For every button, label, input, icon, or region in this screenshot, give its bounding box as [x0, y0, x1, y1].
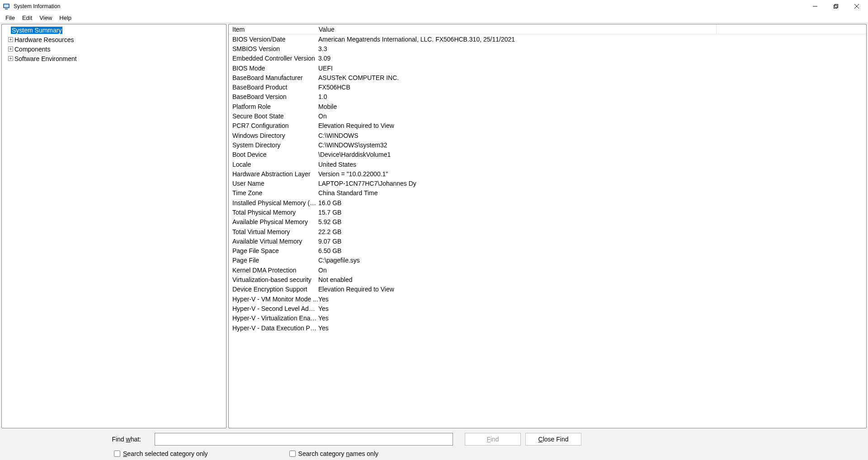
table-row[interactable]: Windows DirectoryC:\WINDOWS	[229, 131, 866, 140]
table-row[interactable]: Device Encryption SupportElevation Requi…	[229, 285, 866, 294]
table-row[interactable]: Boot Device\Device\HarddiskVolume1	[229, 150, 866, 160]
table-row[interactable]: Available Virtual Memory9.07 GB	[229, 236, 866, 246]
table-row[interactable]: Installed Physical Memory (RA...16.0 GB	[229, 198, 866, 207]
cell-value: 5.92 GB	[318, 218, 866, 225]
table-row[interactable]: Virtualization-based securityNot enabled	[229, 275, 866, 284]
list-body[interactable]: BIOS Version/DateAmerican Megatrends Int…	[229, 34, 866, 428]
expand-icon[interactable]: +	[8, 47, 13, 52]
tree-item-hardware-resources[interactable]: + Hardware Resources	[2, 35, 226, 44]
table-row[interactable]: Hyper-V - Virtualization Enabl...Yes	[229, 314, 866, 323]
column-header-blank[interactable]	[716, 24, 866, 34]
cell-item: Total Physical Memory	[229, 209, 318, 216]
svg-rect-4	[834, 5, 837, 9]
expand-icon[interactable]: +	[8, 56, 13, 61]
table-row[interactable]: Embedded Controller Version3.09	[229, 54, 866, 63]
cell-item: BaseBoard Product	[229, 84, 318, 91]
tree-label: Hardware Resources	[14, 36, 74, 43]
tree-label: Software Environment	[14, 55, 77, 62]
tree-root-system-summary[interactable]: System Summary	[2, 25, 226, 35]
close-button[interactable]	[846, 0, 867, 13]
cell-value: 3.3	[318, 45, 866, 52]
checkbox-selected-category[interactable]	[114, 451, 120, 457]
checkbox-category-names[interactable]	[289, 451, 296, 457]
cell-value: Yes	[318, 305, 866, 312]
table-row[interactable]: LocaleUnited States	[229, 160, 866, 169]
table-row[interactable]: Total Virtual Memory22.2 GB	[229, 227, 866, 236]
cell-item: BIOS Mode	[229, 65, 318, 72]
list-header[interactable]: Item Value	[229, 24, 866, 34]
cell-item: Secure Boot State	[229, 113, 318, 120]
table-row[interactable]: Hardware Abstraction LayerVersion = "10.…	[229, 169, 866, 178]
table-row[interactable]: SMBIOS Version3.3	[229, 44, 866, 53]
menu-help[interactable]: Help	[56, 14, 75, 22]
cell-value: ASUSTeK COMPUTER INC.	[318, 74, 866, 81]
check-search-category-names[interactable]: Search category names only	[289, 450, 378, 457]
cell-value: UEFI	[318, 65, 866, 72]
table-row[interactable]: Time ZoneChina Standard Time	[229, 188, 866, 198]
cell-item: BaseBoard Version	[229, 93, 318, 100]
table-row[interactable]: BaseBoard ManufacturerASUSTeK COMPUTER I…	[229, 73, 866, 82]
table-row[interactable]: Hyper-V - Data Execution Pro...Yes	[229, 323, 866, 333]
column-header-item[interactable]: Item	[229, 26, 318, 33]
category-tree[interactable]: System Summary + Hardware Resources + Co…	[2, 24, 226, 64]
table-row[interactable]: Page File Space6.50 GB	[229, 246, 866, 256]
cell-value: United States	[318, 161, 866, 168]
find-label: Find what:	[5, 436, 150, 443]
table-row[interactable]: Hyper-V - VM Monitor Mode ...Yes	[229, 294, 866, 304]
find-button[interactable]: Find	[465, 433, 521, 446]
column-header-value[interactable]: Value	[318, 26, 716, 33]
table-row[interactable]: Platform RoleMobile	[229, 102, 866, 111]
menu-edit[interactable]: Edit	[19, 14, 36, 22]
minimize-button[interactable]	[805, 0, 826, 13]
cell-value: C:\WINDOWS	[318, 132, 866, 139]
cell-item: Windows Directory	[229, 132, 318, 139]
cell-value: C:\pagefile.sys	[318, 257, 866, 264]
cell-item: Platform Role	[229, 103, 318, 110]
cell-item: Page File	[229, 257, 318, 264]
expand-icon[interactable]: +	[8, 37, 13, 42]
table-row[interactable]: BIOS Version/DateAmerican Megatrends Int…	[229, 34, 866, 44]
svg-rect-2	[5, 9, 8, 9]
table-row[interactable]: Secure Boot StateOn	[229, 111, 866, 121]
table-row[interactable]: BaseBoard ProductFX506HCB	[229, 82, 866, 92]
cell-item: Page File Space	[229, 247, 318, 254]
table-row[interactable]: System DirectoryC:\WINDOWS\system32	[229, 140, 866, 150]
table-row[interactable]: Hyper-V - Second Level Addre...Yes	[229, 304, 866, 313]
cell-item: Hyper-V - Data Execution Pro...	[229, 324, 318, 332]
menubar: File Edit View Help	[0, 13, 868, 23]
table-row[interactable]: BaseBoard Version1.0	[229, 92, 866, 102]
cell-value: Yes	[318, 296, 866, 303]
cell-value: Elevation Required to View	[318, 122, 866, 129]
table-row[interactable]: Available Physical Memory5.92 GB	[229, 217, 866, 227]
svg-rect-5	[835, 5, 838, 8]
cell-item: Virtualization-based security	[229, 276, 318, 283]
cell-item: Time Zone	[229, 189, 318, 197]
table-row[interactable]: PCR7 ConfigurationElevation Required to …	[229, 121, 866, 131]
find-input[interactable]	[155, 433, 453, 446]
cell-item: Kernel DMA Protection	[229, 267, 318, 274]
cell-item: Hyper-V - Second Level Addre...	[229, 305, 318, 312]
menu-file[interactable]: File	[2, 14, 19, 22]
tree-item-software-environment[interactable]: + Software Environment	[2, 54, 226, 63]
table-row[interactable]: Kernel DMA ProtectionOn	[229, 265, 866, 275]
cell-value: 3.09	[318, 55, 866, 62]
cell-item: Total Virtual Memory	[229, 228, 318, 235]
cell-value: Mobile	[318, 103, 866, 110]
cell-value: FX506HCB	[318, 84, 866, 91]
cell-value: Not enabled	[318, 276, 866, 283]
cell-item: BaseBoard Manufacturer	[229, 74, 318, 81]
close-find-button[interactable]: Close Find	[525, 433, 581, 446]
cell-value: American Megatrends International, LLC. …	[318, 36, 866, 43]
menu-view[interactable]: View	[36, 14, 56, 22]
table-row[interactable]: User NameLAPTOP-1CN77HC7\Johannes Dy	[229, 178, 866, 188]
cell-value: 6.50 GB	[318, 247, 866, 254]
tree-item-components[interactable]: + Components	[2, 44, 226, 54]
table-row[interactable]: Page FileC:\pagefile.sys	[229, 256, 866, 265]
table-row[interactable]: BIOS ModeUEFI	[229, 63, 866, 73]
check-search-selected-category[interactable]: Search selected category only	[114, 450, 208, 457]
cell-item: Device Encryption Support	[229, 286, 318, 293]
maximize-button[interactable]	[826, 0, 846, 13]
cell-value: Yes	[318, 314, 866, 322]
tree-label: Components	[14, 46, 50, 53]
table-row[interactable]: Total Physical Memory15.7 GB	[229, 207, 866, 217]
